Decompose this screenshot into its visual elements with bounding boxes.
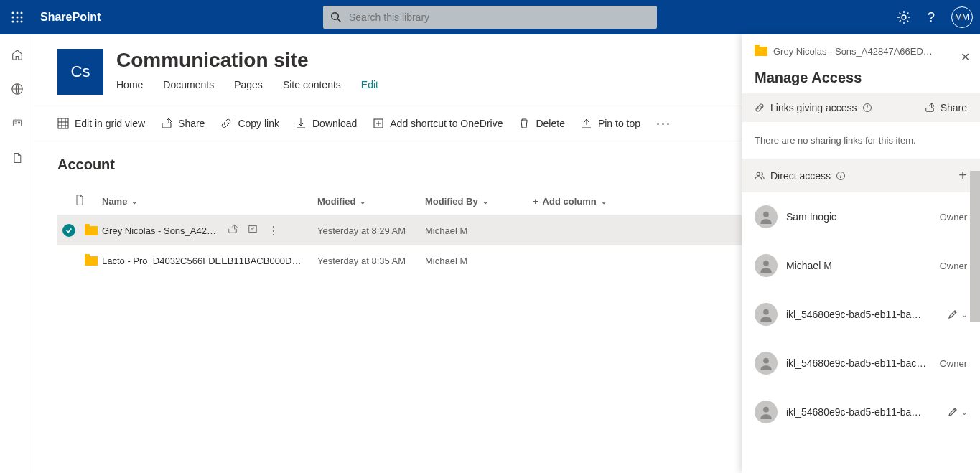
- svg-point-5: [21, 17, 23, 19]
- access-role: Owner: [940, 212, 967, 223]
- nav-pages[interactable]: Pages: [234, 79, 263, 90]
- people-icon: [755, 171, 765, 181]
- column-header-modified[interactable]: Modified⌄: [317, 196, 425, 207]
- row-more-icon[interactable]: ⋮: [268, 224, 279, 238]
- row-modified-by: Michael M: [425, 256, 533, 266]
- app-launcher[interactable]: [0, 0, 34, 34]
- access-row: ikl_54680e9c-bad5-eb11-ba…⌄: [742, 290, 980, 339]
- access-name: Michael M: [786, 260, 931, 271]
- folder-icon: [85, 226, 98, 235]
- panel-item-name: Grey Nicolas - Sons_A42847A66EDEEB1…: [773, 46, 938, 57]
- home-icon[interactable]: [10, 47, 24, 62]
- svg-point-20: [763, 407, 769, 413]
- globe-icon[interactable]: [10, 82, 24, 96]
- scrollbar-thumb[interactable]: [970, 171, 980, 322]
- svg-point-4: [17, 17, 19, 19]
- panel-title: Manage Access: [755, 70, 967, 86]
- svg-point-19: [763, 358, 769, 364]
- nav-edit[interactable]: Edit: [361, 79, 378, 90]
- row-name-text: Lacto - Pro_D4032C566FDEEB11BACB000D…: [102, 256, 301, 266]
- svg-point-17: [763, 261, 769, 266]
- svg-point-6: [12, 21, 14, 23]
- edit-permission-dropdown[interactable]: ⌄: [948, 310, 967, 319]
- access-row: Michael MOwner: [742, 241, 980, 290]
- person-avatar-icon: [755, 401, 778, 423]
- search-icon: [330, 11, 342, 23]
- share-icon[interactable]: [228, 224, 238, 234]
- svg-point-9: [902, 15, 906, 19]
- svg-point-16: [763, 212, 769, 217]
- close-panel-button[interactable]: ✕: [961, 50, 970, 64]
- link-icon: [755, 103, 765, 113]
- column-header-name[interactable]: Name⌄: [102, 196, 317, 207]
- access-name: ikl_54680e9c-bad5-eb11-ba…: [786, 406, 940, 418]
- download-button[interactable]: Download: [295, 118, 357, 129]
- copy-link-button[interactable]: Copy link: [220, 118, 279, 129]
- svg-point-2: [21, 12, 23, 14]
- svg-rect-12: [58, 118, 68, 128]
- column-header-modified-by[interactable]: Modified By⌄: [425, 196, 533, 207]
- share-button[interactable]: Share: [161, 118, 205, 129]
- folder-icon: [755, 47, 767, 56]
- edit-grid-button[interactable]: Edit in grid view: [57, 118, 145, 129]
- news-icon[interactable]: [10, 116, 24, 131]
- access-name: ikl_54680e9c-bad5-eb11-bacc…: [786, 357, 931, 369]
- row-modified-by: Michael M: [425, 225, 533, 236]
- add-column-button[interactable]: +Add column⌄: [533, 196, 607, 207]
- person-avatar-icon: [755, 254, 778, 277]
- svg-point-8: [21, 21, 23, 23]
- access-role: Owner: [940, 261, 967, 271]
- svg-point-15: [757, 172, 760, 175]
- access-name: Sam Inogic: [786, 211, 931, 223]
- svg-point-3: [12, 17, 14, 19]
- more-actions-button[interactable]: ···: [656, 116, 671, 131]
- person-avatar-icon: [755, 352, 778, 375]
- open-icon[interactable]: [248, 224, 258, 234]
- svg-point-7: [17, 21, 19, 23]
- user-avatar[interactable]: MM: [951, 6, 973, 28]
- access-name: ikl_54680e9c-bad5-eb11-ba…: [786, 309, 940, 320]
- add-shortcut-button[interactable]: Add shortcut to OneDrive: [373, 118, 503, 129]
- help-icon[interactable]: ?: [924, 10, 938, 24]
- brand-label[interactable]: SharePoint: [40, 11, 101, 24]
- pin-button[interactable]: Pin to top: [581, 118, 640, 129]
- pencil-icon: [948, 310, 957, 319]
- info-icon[interactable]: i: [836, 172, 845, 180]
- pencil-icon: [948, 408, 957, 416]
- nav-home[interactable]: Home: [116, 79, 143, 90]
- no-links-text: There are no sharing links for this item…: [742, 122, 980, 159]
- info-icon[interactable]: i: [863, 103, 872, 112]
- svg-point-0: [12, 12, 14, 14]
- access-role: Owner: [940, 358, 967, 369]
- svg-point-1: [17, 12, 19, 14]
- share-panel-button[interactable]: Share: [925, 102, 967, 113]
- delete-button[interactable]: Delete: [518, 118, 564, 129]
- file-icon[interactable]: [10, 151, 24, 165]
- access-row: Sam InogicOwner: [742, 192, 980, 241]
- folder-icon: [85, 256, 98, 266]
- svg-point-18: [763, 309, 769, 315]
- row-name-text: Grey Nicolas - Sons_A42…: [102, 225, 216, 236]
- site-title: Communication site: [116, 49, 378, 72]
- checkmark-icon[interactable]: [62, 224, 75, 237]
- edit-permission-dropdown[interactable]: ⌄: [948, 408, 967, 416]
- settings-icon[interactable]: [897, 10, 911, 24]
- site-logo[interactable]: Cs: [57, 49, 103, 95]
- search-box[interactable]: [323, 6, 657, 29]
- access-row: ikl_54680e9c-bad5-eb11-bacc…Owner: [742, 339, 980, 388]
- access-row: ikl_54680e9c-bad5-eb11-ba…⌄: [742, 388, 980, 436]
- nav-site-contents[interactable]: Site contents: [283, 79, 341, 90]
- add-access-button[interactable]: +: [958, 167, 967, 184]
- search-input[interactable]: [349, 11, 650, 23]
- nav-documents[interactable]: Documents: [163, 79, 214, 90]
- file-type-header-icon: [75, 195, 85, 206]
- manage-access-panel: Grey Nicolas - Sons_A42847A66EDEEB1… ✕ M…: [742, 34, 980, 473]
- row-modified: Yesterday at 8:29 AM: [317, 225, 425, 236]
- person-avatar-icon: [755, 205, 778, 228]
- person-avatar-icon: [755, 303, 778, 326]
- row-modified: Yesterday at 8:35 AM: [317, 256, 425, 266]
